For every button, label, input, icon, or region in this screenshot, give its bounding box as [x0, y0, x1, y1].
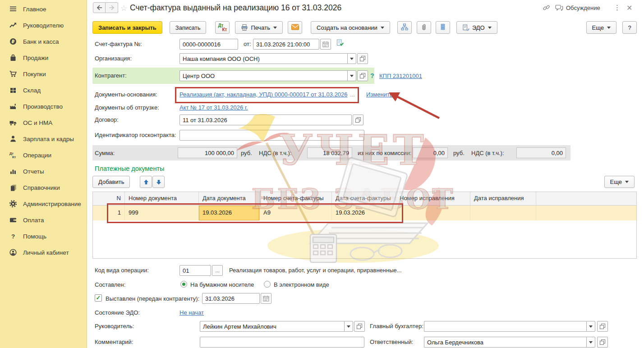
link-button[interactable]: [543, 4, 550, 12]
move-down-button[interactable]: [152, 176, 165, 188]
comment-input[interactable]: [200, 337, 364, 348]
discussion-button[interactable]: Обсуждение: [555, 4, 600, 11]
responsible-open-button[interactable]: [597, 337, 608, 348]
sidebar-item-label: Зарплата и кадры: [23, 136, 74, 142]
save-button[interactable]: Записать: [170, 21, 207, 34]
column-header[interactable]: Дата документа: [199, 192, 260, 205]
column-header[interactable]: Дата исправления: [470, 192, 536, 205]
sidebar-item-account[interactable]: Личный кабинет: [0, 244, 87, 261]
sidebar-item-warehouse[interactable]: Склад: [0, 82, 87, 98]
table-empty-area[interactable]: [93, 220, 636, 258]
contractor-check-icon[interactable]: ?: [370, 72, 374, 79]
add-row-button[interactable]: Добавить: [92, 176, 130, 188]
table-row[interactable]: 1 999 19.03.2026 А9 19.03.2026: [93, 206, 636, 220]
posted-document-icon[interactable]: [336, 39, 345, 48]
cell-doc-date-selected[interactable]: 19.03.2026: [199, 206, 260, 220]
gov-contract-input[interactable]: [179, 130, 364, 141]
table-more-button[interactable]: Еще: [604, 176, 635, 188]
forward-button[interactable]: [106, 2, 118, 13]
sidebar-item-production[interactable]: Производство: [0, 98, 87, 114]
responsible-input[interactable]: [424, 337, 586, 348]
radio-paper[interactable]: [180, 281, 187, 288]
sidebar-item-bank[interactable]: ₽ Банк и касса: [0, 33, 87, 50]
sidebar-item-fixed-assets[interactable]: ОС и НМА: [0, 114, 87, 131]
kpp-link[interactable]: КПП 231201001: [379, 73, 422, 79]
op-code-pick-button[interactable]: ...: [212, 265, 223, 276]
related-documents-button[interactable]: [397, 21, 412, 34]
more-button[interactable]: Еще: [586, 21, 616, 34]
edo-button[interactable]: ЭДО: [456, 21, 497, 34]
edo-state-link[interactable]: Не начат: [179, 309, 204, 316]
organization-dropdown-button[interactable]: [347, 53, 356, 64]
column-header[interactable]: Номер исправления: [396, 192, 470, 205]
move-up-button[interactable]: [140, 176, 152, 188]
cell-invoice-number[interactable]: А9: [260, 206, 332, 220]
more-menu-icon[interactable]: ⋮: [614, 4, 621, 12]
account-icon: [8, 248, 18, 256]
svg-text:₽: ₽: [12, 39, 15, 44]
sidebar-item-directories[interactable]: Справочники: [0, 179, 87, 196]
cell-correction-number[interactable]: [396, 206, 470, 220]
close-icon[interactable]: ✕: [626, 4, 632, 12]
favorite-star-icon[interactable]: ☆: [120, 4, 127, 13]
open-link-icon: [359, 73, 366, 79]
accountant-open-button[interactable]: [597, 321, 608, 332]
sidebar-item-help[interactable]: ? Помощь: [0, 228, 87, 244]
arrow-up-icon: [143, 179, 149, 185]
column-header[interactable]: N: [93, 192, 125, 205]
sidebar-item-administration[interactable]: Администрирование: [0, 196, 87, 212]
sidebar-item-payment[interactable]: Оплата: [0, 212, 87, 228]
accountant-input[interactable]: [424, 321, 586, 332]
change-link[interactable]: Изменить: [366, 91, 393, 98]
contract-input[interactable]: [179, 114, 352, 125]
accountant-dropdown-button[interactable]: [586, 321, 595, 332]
contract-open-button[interactable]: [353, 114, 363, 125]
shipping-document-link[interactable]: Акт № 17 от 31.03.2026 г.: [179, 104, 248, 111]
responsible-dropdown-button[interactable]: [586, 337, 595, 348]
issued-checkbox[interactable]: ✓: [95, 294, 102, 302]
contractor-dropdown-button[interactable]: [347, 70, 356, 81]
radio-electronic[interactable]: [264, 281, 271, 288]
email-button[interactable]: [288, 21, 302, 34]
manager-input[interactable]: [200, 321, 344, 332]
create-from-button[interactable]: Создать на основании: [311, 21, 390, 34]
organization-input[interactable]: [179, 53, 347, 64]
basis-document-link[interactable]: Реализация (акт, накладная, УПД) 0000-00…: [179, 91, 348, 98]
back-button[interactable]: [93, 2, 106, 13]
issued-date-input[interactable]: [202, 293, 260, 304]
sidebar-item-main[interactable]: Главное: [0, 1, 87, 17]
sidebar-item-payroll[interactable]: Зарплата и кадры: [0, 131, 87, 147]
attachments-button[interactable]: [417, 21, 431, 34]
invoice-date-input[interactable]: [253, 39, 319, 50]
cell-empty[interactable]: [536, 206, 636, 220]
sidebar-item-manager[interactable]: Руководителю: [0, 17, 87, 33]
cell-correction-date[interactable]: [470, 206, 536, 220]
calendar-button[interactable]: [320, 39, 331, 50]
commission-label: из них по комиссии:: [358, 150, 412, 156]
column-header[interactable]: Номер счета-фактуры: [260, 192, 332, 205]
op-code-input[interactable]: [179, 265, 211, 276]
help-button[interactable]: ?: [622, 21, 637, 34]
invoice-number-input[interactable]: [179, 39, 238, 50]
contractor-input[interactable]: [179, 70, 347, 81]
contractor-open-button[interactable]: [357, 70, 368, 81]
sidebar-item-reports[interactable]: Отчеты: [0, 163, 87, 179]
sidebar-item-operations[interactable]: ДтКт Операции: [0, 147, 87, 163]
register-list-button[interactable]: [436, 21, 450, 34]
sidebar-item-purchases[interactable]: Покупки: [0, 66, 87, 82]
organization-open-button[interactable]: [357, 53, 368, 64]
open-link-icon: [359, 55, 366, 62]
cell-row-number[interactable]: 1: [93, 206, 125, 220]
issued-calendar-button[interactable]: [261, 293, 271, 304]
cell-doc-number[interactable]: 999: [125, 206, 199, 220]
manager-open-button[interactable]: [354, 321, 365, 332]
column-header[interactable]: Номер документа: [125, 192, 199, 205]
sidebar-item-sales[interactable]: Продажи: [0, 50, 87, 66]
save-close-button[interactable]: Записать и закрыть: [92, 21, 162, 34]
trend-chart-icon: [8, 21, 18, 29]
cell-invoice-date[interactable]: 19.03.2026: [332, 206, 396, 220]
dtkt-button[interactable]: ДтКт: [215, 21, 230, 34]
print-button[interactable]: Печать: [235, 21, 283, 34]
column-header[interactable]: Дата счета-фактуры: [332, 192, 396, 205]
manager-dropdown-button[interactable]: [344, 321, 353, 332]
